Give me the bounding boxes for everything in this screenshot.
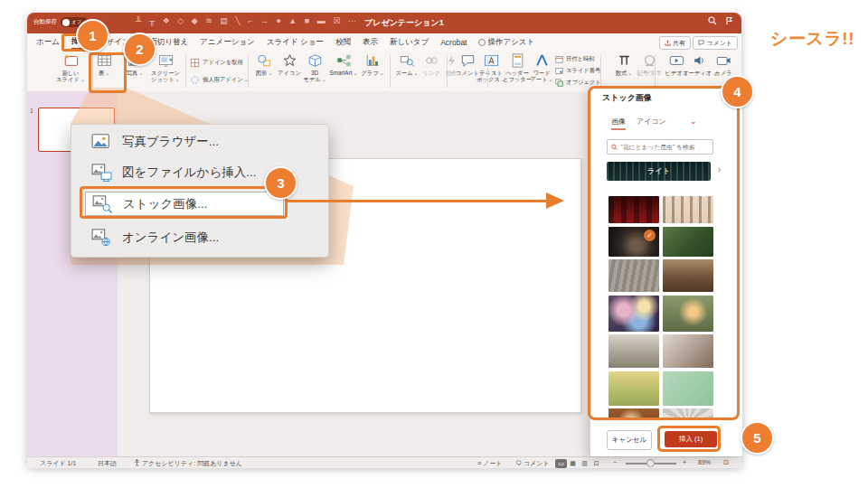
ribbon-divider [447,55,448,88]
quick-access-toolbar-icons[interactable]: ╨ ╥ ❖ ◇ ◆ ≋ ▤ ╲ ⌐ → ● ▲ ■ ▬ ☒ ⋯ [136,16,359,25]
date-time-button[interactable]: 日付と時刻 [555,55,595,63]
ribbon-divider [185,55,186,88]
table-icon [96,53,113,68]
accessibility-icon [134,459,140,466]
stock-image[interactable] [663,196,713,223]
panel-tab-images[interactable]: 画像 [611,117,626,130]
comments-button[interactable]: コメント [693,36,738,50]
stock-image[interactable] [609,296,659,332]
stock-image[interactable] [609,259,659,292]
step-badge-4: 4 [721,75,754,108]
tab-newtab[interactable]: 新しいタブ [390,37,429,48]
stock-image-selected[interactable] [609,227,659,257]
stock-search-box[interactable] [607,139,713,155]
whats-new-icon[interactable] [725,16,734,25]
reading-view-button[interactable]: ▥ [579,459,590,468]
cancel-button[interactable]: キャンセル [607,430,652,450]
new-slide-button[interactable]: 新しい スライド [52,53,89,83]
slide-number-button[interactable]: スライド番号 [555,67,600,75]
chevron-down-icon[interactable]: ⌄ [690,117,697,126]
stock-image[interactable] [609,408,659,418]
thumbnail-number: 1 [30,108,33,114]
camera-button[interactable]: カメラ [705,53,741,76]
stock-image[interactable] [609,334,659,368]
slide-count-label: スライド 1/1 [40,459,76,468]
share-button[interactable]: 共有 [659,36,691,50]
stock-image[interactable] [663,371,713,406]
zoom-in-button[interactable]: + [683,459,686,465]
site-logo: シースラ!! [770,27,854,51]
menu-item-online-pictures[interactable]: オンライン画像... [71,222,328,253]
zoom-slider-knob[interactable] [646,459,655,467]
normal-view-button[interactable]: ▭ [555,459,567,468]
chart-icon [364,53,382,68]
get-addins-button[interactable]: アドインを取得 [190,58,243,68]
tab-review[interactable]: 校閲 [335,37,351,48]
object-icon [555,79,563,87]
notes-button[interactable]: ≡ ノート [477,459,502,468]
panel-title: ストック画像 [602,92,652,104]
my-addins-icon [190,75,200,85]
smartart-icon [335,53,353,68]
search-icon[interactable] [708,16,717,25]
step-badge-2: 2 [123,33,156,66]
camera-icon [715,53,732,68]
tab-view[interactable]: 表示 [363,37,378,48]
step-badge-5: 5 [741,421,774,455]
ribbon-divider [390,55,391,88]
stock-image[interactable] [663,334,713,368]
language-label[interactable]: 日本語 [98,459,117,468]
slide-number-icon [555,67,563,75]
search-icon [611,144,618,151]
menu-item-stock-images[interactable]: ストック画像... [85,192,284,216]
stock-search-input[interactable] [620,144,709,150]
object-button[interactable]: オブジェクト [555,79,601,87]
tab-animations[interactable]: アニメーション [200,37,255,48]
stock-image[interactable] [609,196,659,223]
my-addins-button[interactable]: 個人用アドイン [190,75,249,85]
panel-tab-icons[interactable]: アイコン [637,117,666,127]
tab-assist[interactable]: 操作アシスト [478,37,534,48]
comment-icon [698,40,704,46]
ribbon-divider [655,55,656,88]
stock-image-grid [609,196,714,418]
photo-browser-icon [91,133,113,151]
chart-button[interactable]: グラフ [354,53,391,77]
autosave-label: 自動保存 [33,18,57,26]
slideshow-button[interactable]: ⊡ [590,459,602,468]
insert-button[interactable]: 挿入 (1) [665,431,717,447]
fit-slide-button[interactable]: ⊡ [723,459,729,466]
zoom-out-button[interactable]: − [613,459,617,465]
tab-slideshow[interactable]: スライド ショー [267,37,324,48]
chevron-right-icon[interactable]: › [718,164,721,174]
stock-image[interactable] [663,296,713,332]
stock-image[interactable] [663,227,713,257]
wordart-button[interactable]: ワード アート [524,53,560,83]
comments-panel-button[interactable]: 🗨 コメント [515,459,550,468]
category-banner-light[interactable]: ライト [607,162,711,181]
step-badge-1: 1 [76,19,109,52]
stock-image[interactable] [663,408,713,418]
new-slide-icon [62,53,80,68]
annotation-arrow-line [288,200,546,202]
shapes-icon [256,53,273,68]
lightbulb-icon [478,39,486,46]
stock-images-icon [92,195,114,213]
menu-item-photo-browser[interactable]: 写真ブラウザー... [71,127,328,157]
3d-model-icon [307,53,324,68]
view-buttons: ▭▦▥⊡ [555,459,602,468]
date-time-icon [555,55,563,63]
zoom-level-label[interactable]: 89% [698,459,711,465]
slide-sorter-view-button[interactable]: ▦ [567,459,579,468]
title-bar: 自動保存 オフ ╨ ╥ ❖ ◇ ◆ ≋ ▤ ╲ ⌐ → ● ▲ ■ ▬ ☒ ⋯ … [27,13,741,33]
tab-acrobat[interactable]: Acrobat [440,38,467,47]
stock-image[interactable] [609,371,659,406]
share-icon [665,40,671,46]
text-box-icon [483,53,500,68]
tab-home[interactable]: ホーム [36,37,60,48]
stock-image[interactable] [663,259,713,292]
accessibility-label[interactable]: アクセシビリティ: 問題ありません [134,459,242,468]
online-pictures-icon [91,229,113,247]
ribbon-divider [600,55,601,88]
picture-from-file-icon [91,164,113,182]
